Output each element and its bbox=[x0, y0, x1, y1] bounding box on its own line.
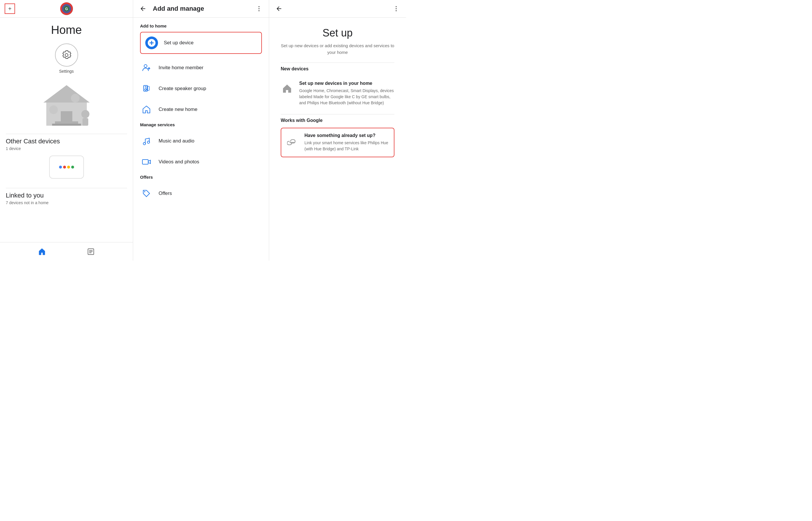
svg-point-36 bbox=[396, 8, 397, 9]
create-speaker-item[interactable]: Create speaker group bbox=[140, 78, 262, 99]
new-devices-title: Set up new devices in your home bbox=[299, 81, 395, 86]
more-vert-icon bbox=[256, 5, 262, 12]
video-icon bbox=[142, 157, 151, 166]
setup-subtitle: Set up new devices or add existing devic… bbox=[281, 43, 395, 55]
setup-device-item[interactable]: Set up device bbox=[140, 32, 262, 54]
svg-marker-33 bbox=[148, 160, 150, 164]
svg-point-28 bbox=[145, 86, 146, 88]
setup-device-label: Set up device bbox=[164, 40, 194, 46]
setup-divider-2 bbox=[281, 114, 395, 114]
works-with-card[interactable]: Have something already set up? Link your… bbox=[281, 128, 395, 157]
create-home-icon bbox=[140, 103, 153, 116]
settings-label: Settings bbox=[59, 69, 74, 73]
offers-label: Offers bbox=[159, 190, 172, 196]
works-with-desc: Link your smart home services like Phili… bbox=[305, 140, 389, 152]
music-audio-label: Music and audio bbox=[159, 138, 194, 144]
more-vert-icon-setup bbox=[393, 5, 400, 12]
manage-title: Add and manage bbox=[153, 5, 249, 13]
music-audio-icon bbox=[140, 135, 153, 148]
manage-services-label: Manage services bbox=[140, 122, 262, 127]
setup-header bbox=[269, 0, 406, 18]
linked-subtitle: 7 devices not in a home bbox=[6, 200, 127, 205]
svg-marker-5 bbox=[43, 85, 90, 103]
invite-member-icon bbox=[140, 61, 153, 74]
svg-point-19 bbox=[258, 10, 260, 11]
setup-content: Set up Set up new devices or add existin… bbox=[269, 18, 406, 260]
setup-device-icon bbox=[145, 37, 158, 49]
linked-title: Linked to you bbox=[6, 192, 127, 199]
device-dots bbox=[59, 166, 74, 168]
home-header: + G bbox=[0, 0, 133, 18]
svg-point-37 bbox=[396, 10, 397, 11]
chain-link-icon bbox=[287, 137, 297, 148]
new-devices-icon bbox=[281, 82, 293, 95]
tag-icon bbox=[142, 189, 151, 198]
works-with-section: Works with Google Have something already… bbox=[281, 118, 395, 157]
svg-rect-10 bbox=[52, 124, 81, 126]
cast-devices-count: 1 device bbox=[6, 146, 21, 151]
music-note-icon bbox=[142, 136, 151, 146]
offers-item[interactable]: Offers bbox=[140, 183, 262, 204]
videos-photos-item[interactable]: Videos and photos bbox=[140, 152, 262, 172]
dot-yellow bbox=[67, 166, 70, 168]
person-add-icon bbox=[142, 63, 151, 72]
panel-setup: Set up Set up new devices or add existin… bbox=[269, 0, 406, 260]
videos-photos-label: Videos and photos bbox=[159, 159, 199, 165]
videos-photos-icon bbox=[140, 156, 153, 168]
svg-point-8 bbox=[71, 94, 79, 103]
new-devices-desc: Google Home, Chromecast, Smart Displays,… bbox=[299, 88, 395, 106]
svg-point-18 bbox=[258, 8, 260, 9]
settings-button[interactable] bbox=[55, 43, 78, 67]
nav-activity[interactable] bbox=[87, 248, 95, 256]
home-content: Home Settings Other C bbox=[0, 18, 133, 242]
manage-header: Add and manage bbox=[133, 0, 269, 18]
setup-title: Set up bbox=[281, 27, 395, 39]
avatar[interactable]: G bbox=[60, 2, 73, 15]
works-with-section-title: Works with Google bbox=[281, 118, 395, 123]
speaker-group-icon bbox=[142, 84, 151, 93]
manage-content: Add to home Set up device bbox=[133, 18, 269, 260]
panel-manage: Add and manage Add to home Set up device bbox=[133, 0, 269, 260]
svg-point-35 bbox=[396, 6, 397, 7]
dot-blue bbox=[59, 166, 62, 168]
new-devices-item[interactable]: Set up new devices in your home Google H… bbox=[281, 76, 395, 111]
home-add-icon bbox=[142, 105, 151, 114]
works-with-title: Have something already set up? bbox=[305, 133, 389, 138]
svg-point-27 bbox=[145, 89, 146, 90]
dot-red bbox=[63, 166, 66, 168]
cast-devices-title: Other Cast devices bbox=[6, 138, 60, 145]
setup-divider-1 bbox=[281, 63, 395, 63]
create-home-label: Create new home bbox=[159, 107, 197, 112]
works-with-content: Have something already set up? Link your… bbox=[305, 133, 389, 152]
home-title: Home bbox=[51, 23, 82, 37]
new-devices-content: Set up new devices in your home Google H… bbox=[299, 81, 395, 106]
invite-member-item[interactable]: Invite home member bbox=[140, 57, 262, 78]
bottom-nav bbox=[0, 242, 133, 260]
music-audio-item[interactable]: Music and audio bbox=[140, 131, 262, 152]
house-icon bbox=[282, 83, 292, 93]
svg-text:G: G bbox=[65, 7, 68, 11]
offers-section-label: Offers bbox=[140, 175, 262, 180]
create-home-item[interactable]: Create new home bbox=[140, 99, 262, 120]
svg-rect-9 bbox=[55, 121, 78, 124]
offers-icon bbox=[140, 187, 153, 200]
back-icon-setup bbox=[276, 5, 282, 12]
more-options-button-manage[interactable] bbox=[254, 3, 264, 14]
new-devices-section-title: New devices bbox=[281, 66, 395, 71]
add-to-home-label: Add to home bbox=[140, 23, 262, 28]
svg-rect-32 bbox=[142, 160, 148, 164]
back-button-setup[interactable] bbox=[274, 3, 284, 14]
svg-point-17 bbox=[258, 6, 260, 7]
back-icon bbox=[140, 5, 146, 12]
link-icon bbox=[286, 136, 298, 149]
cast-device-card[interactable] bbox=[49, 156, 84, 179]
nav-home[interactable] bbox=[38, 248, 46, 256]
more-options-button-setup[interactable] bbox=[391, 3, 401, 14]
add-button[interactable]: + bbox=[5, 3, 15, 14]
panel-home: + G Home Settings bbox=[0, 0, 133, 260]
invite-member-label: Invite home member bbox=[159, 65, 204, 71]
svg-point-11 bbox=[81, 110, 90, 118]
plus-circle-icon bbox=[148, 39, 156, 47]
back-button-manage[interactable] bbox=[138, 3, 148, 14]
home-nav-icon bbox=[38, 248, 46, 256]
